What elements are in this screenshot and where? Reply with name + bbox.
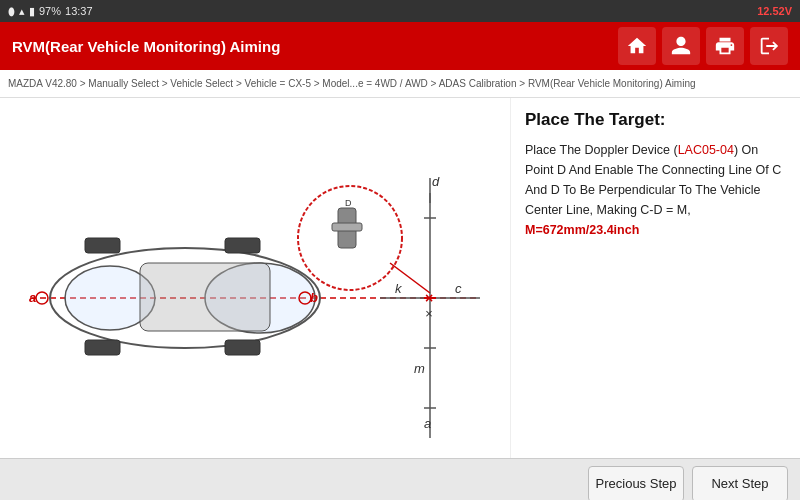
exit-button[interactable] <box>750 27 788 65</box>
status-bar: ⬮ ▴ ▮ 97% 13:37 12.52V <box>0 0 800 22</box>
battery-icon: ▮ <box>29 5 35 18</box>
page-title: RVM(Rear Vehicle Monitoring) Aiming <box>12 38 612 55</box>
profile-button[interactable] <box>662 27 700 65</box>
bluetooth-icon: ⬮ <box>8 5 15 18</box>
home-button[interactable] <box>618 27 656 65</box>
wifi-icon: ▴ <box>19 5 25 18</box>
time: 13:37 <box>65 5 93 17</box>
svg-text:D: D <box>345 198 352 208</box>
svg-rect-19 <box>225 238 260 253</box>
previous-step-button[interactable]: Precious Step <box>588 466 684 501</box>
svg-rect-29 <box>332 223 362 231</box>
svg-text:×: × <box>425 306 433 321</box>
svg-text:a: a <box>29 290 36 305</box>
toolbar: RVM(Rear Vehicle Monitoring) Aiming <box>0 22 800 70</box>
main-content: d k c × m a × <box>0 98 800 458</box>
measurement-highlight: M=672mm/23.4inch <box>525 223 639 237</box>
status-bar-left: ⬮ ▴ ▮ 97% 13:37 <box>8 5 93 18</box>
svg-rect-20 <box>225 340 260 355</box>
voltage-display: 12.52V <box>757 5 792 17</box>
svg-text:m: m <box>414 361 425 376</box>
device-link: LAC05-04 <box>678 143 734 157</box>
svg-text:b: b <box>310 290 318 305</box>
breadcrumb: MAZDA V42.80 > Manually Select > Vehicle… <box>0 70 800 98</box>
svg-text:c: c <box>455 281 462 296</box>
info-body: Place The Doppler Device (LAC05-04) On P… <box>525 140 786 240</box>
info-panel: Place The Target: Place The Doppler Devi… <box>510 98 800 458</box>
svg-text:k: k <box>395 281 403 296</box>
bottom-bar: Precious Step Next Step <box>0 458 800 500</box>
svg-rect-22 <box>85 340 120 355</box>
svg-text:a: a <box>424 416 431 431</box>
next-step-button[interactable]: Next Step <box>692 466 788 501</box>
svg-rect-18 <box>140 263 270 331</box>
diagram-area: d k c × m a × <box>0 98 510 458</box>
battery-percent: 97% <box>39 5 61 17</box>
svg-text:d: d <box>432 174 440 189</box>
svg-rect-21 <box>85 238 120 253</box>
info-heading: Place The Target: <box>525 110 786 130</box>
print-button[interactable] <box>706 27 744 65</box>
